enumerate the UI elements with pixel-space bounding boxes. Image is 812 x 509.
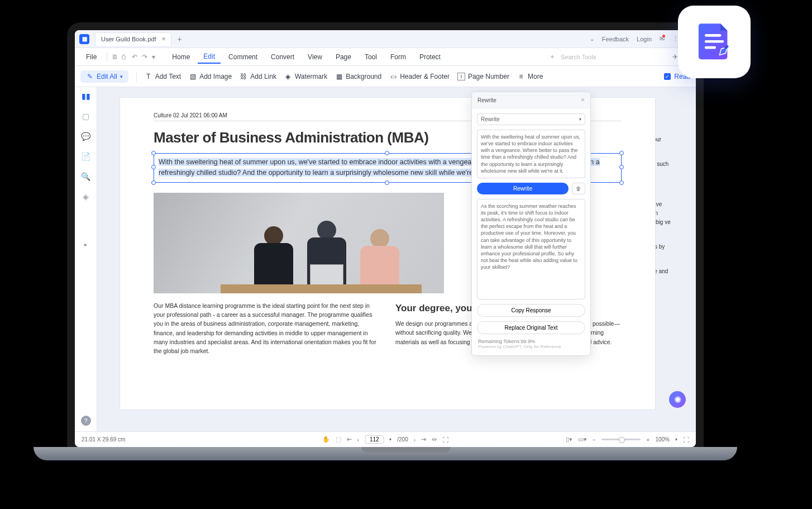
add-link-button[interactable]: ⛓ Add Link (240, 73, 276, 80)
layers-icon[interactable]: ◈ (83, 192, 89, 201)
resize-handle[interactable] (151, 180, 156, 185)
watermark-button[interactable]: ◈ Watermark (284, 73, 327, 80)
menu-edit[interactable]: Edit (198, 50, 221, 64)
login-link[interactable]: Login (637, 36, 652, 42)
chevron-down-icon: ▾ (120, 74, 123, 79)
save-icon[interactable]: 🗎 (112, 53, 120, 61)
dropdown-icon[interactable]: ⌄ (590, 36, 594, 42)
menubar: File 🗎 ⎙ ↶ ↷ ▾ Home Edit Comment Convert… (75, 48, 696, 66)
link-icon: ⛓ (240, 73, 247, 80)
delete-icon[interactable]: 🗑 (572, 183, 585, 194)
svg-rect-2 (705, 46, 716, 49)
menu-home[interactable]: Home (166, 51, 195, 63)
replace-text-button[interactable]: Replace Original Text (477, 321, 585, 334)
close-tab-icon[interactable]: × (161, 35, 165, 43)
zoom-level: 100% (655, 436, 670, 443)
help-icon[interactable]: ? (81, 416, 91, 426)
last-page-icon[interactable]: ⇥ (421, 436, 426, 443)
more-icon: ≡ (517, 73, 525, 80)
rewrite-mode-select[interactable]: Rewrite ▾ (477, 113, 585, 125)
rewrite-output: As the scorching summer weather reaches … (477, 199, 585, 299)
redo-icon[interactable]: ↷ (142, 53, 150, 61)
tab-title: User Guild Book.pdf (101, 36, 156, 42)
read-checkbox[interactable]: ✓ (664, 73, 671, 80)
share-icon[interactable]: ✈ (672, 53, 678, 61)
print-icon[interactable]: ⎙ (122, 53, 130, 61)
fit-page-icon[interactable]: ⛶ (442, 436, 448, 443)
fit-width-icon[interactable]: ⇔ (432, 436, 437, 443)
notification-icon[interactable]: ✉ (660, 35, 665, 42)
resize-handle[interactable] (385, 151, 389, 155)
rewrite-panel: Rewrite × Rewrite ▾ With the sweltering … (471, 92, 591, 356)
rewrite-input[interactable]: With the sweltering heat of summer upon … (477, 130, 585, 178)
attachments-icon[interactable]: 📄 (81, 152, 90, 161)
menu-file[interactable]: File (80, 51, 102, 63)
resize-handle[interactable] (619, 180, 624, 185)
hand-tool-icon[interactable]: ✋ (322, 436, 330, 443)
powered-by: Powered by ChatGPT, Only for Reference (478, 344, 584, 349)
first-page-icon[interactable]: ⇤ (347, 436, 352, 443)
menu-view[interactable]: View (302, 51, 328, 63)
lightbulb-icon: ✦ (550, 53, 555, 61)
add-text-button[interactable]: T Add Text (145, 73, 181, 80)
menu-convert[interactable]: Convert (265, 51, 300, 63)
background-button[interactable]: ▦ Background (335, 73, 381, 80)
edit-all-button[interactable]: ✎ Edit All ▾ (80, 70, 128, 83)
product-icon-badge (678, 6, 751, 78)
pencil-icon: ✎ (86, 73, 94, 80)
feedback-link[interactable]: Feedback (602, 36, 629, 42)
ai-assistant-badge[interactable]: ✺ (669, 391, 686, 408)
zoom-in-icon[interactable]: + (646, 436, 649, 443)
page-number-input[interactable] (365, 435, 384, 444)
page-input-dropdown-icon[interactable]: ▾ (389, 437, 391, 442)
background-icon: ▦ (335, 73, 343, 80)
menu-form[interactable]: Form (385, 51, 412, 63)
undo-icon[interactable]: ↶ (132, 53, 140, 61)
fullscreen-icon[interactable]: ⛶ (683, 436, 689, 443)
dropdown-qa-icon[interactable]: ▾ (152, 53, 160, 61)
view-mode-2-icon[interactable]: ▭▾ (578, 436, 587, 443)
zoom-slider[interactable] (601, 439, 641, 440)
menu-tool[interactable]: Tool (359, 51, 383, 63)
add-tab-button[interactable]: + (177, 35, 181, 44)
bookmarks-icon[interactable]: ▢ (82, 112, 89, 121)
menu-protect[interactable]: Protect (414, 51, 446, 63)
zoom-out-icon[interactable]: − (593, 436, 596, 443)
close-panel-icon[interactable]: × (581, 96, 585, 104)
text-icon: T (145, 73, 152, 80)
resize-handle[interactable] (619, 165, 624, 169)
select-tool-icon[interactable]: ⬚ (336, 436, 341, 443)
more-menu-icon[interactable]: ⋮ (672, 35, 678, 42)
resize-handle[interactable] (151, 165, 156, 169)
search-icon[interactable]: 🔍 (81, 172, 90, 181)
edit-toolbar: ✎ Edit All ▾ T Add Text ▧ Add Image ⛓ Ad… (75, 66, 696, 87)
image-icon: ▧ (189, 73, 197, 80)
zoom-dropdown-icon[interactable]: ▾ (675, 437, 677, 442)
add-image-button[interactable]: ▧ Add Image (189, 73, 232, 80)
prev-page-icon[interactable]: ‹ (357, 436, 360, 443)
menu-page[interactable]: Page (330, 51, 357, 63)
menu-comment[interactable]: Comment (223, 51, 263, 63)
svg-rect-1 (705, 40, 724, 43)
header-footer-button[interactable]: ▭ Header & Footer (389, 73, 450, 80)
rewrite-button[interactable]: Rewrite (477, 183, 569, 194)
total-pages: /200 (397, 436, 408, 443)
rewrite-panel-title: Rewrite (477, 97, 496, 103)
copy-response-button[interactable]: Copy Response (477, 304, 585, 317)
resize-handle[interactable] (385, 180, 389, 185)
more-button[interactable]: ≡ More (517, 73, 543, 80)
comments-icon[interactable]: 💬 (81, 132, 90, 141)
document-tab[interactable]: User Guild Book.pdf × (95, 32, 171, 46)
resize-handle[interactable] (619, 151, 624, 155)
resize-handle[interactable] (151, 151, 156, 155)
search-tools-input[interactable] (561, 54, 617, 60)
chevron-down-icon: ▾ (579, 117, 581, 122)
page-number-icon: 1 (457, 73, 465, 80)
thumbnails-icon[interactable]: ▮▮ (82, 92, 90, 101)
watermark-icon: ◈ (284, 73, 292, 80)
statusbar: 21.01 X 29.69 cm ✋ ⬚ ⇤ ‹ ▾ /200 › ⇥ ⇔ ⛶ … (75, 431, 696, 447)
next-page-icon[interactable]: › (414, 436, 416, 443)
view-mode-1-icon[interactable]: ▯▾ (566, 436, 572, 443)
sidebar-expand-icon[interactable]: ▸ (84, 241, 87, 248)
page-number-button[interactable]: 1 Page Number (457, 73, 509, 80)
